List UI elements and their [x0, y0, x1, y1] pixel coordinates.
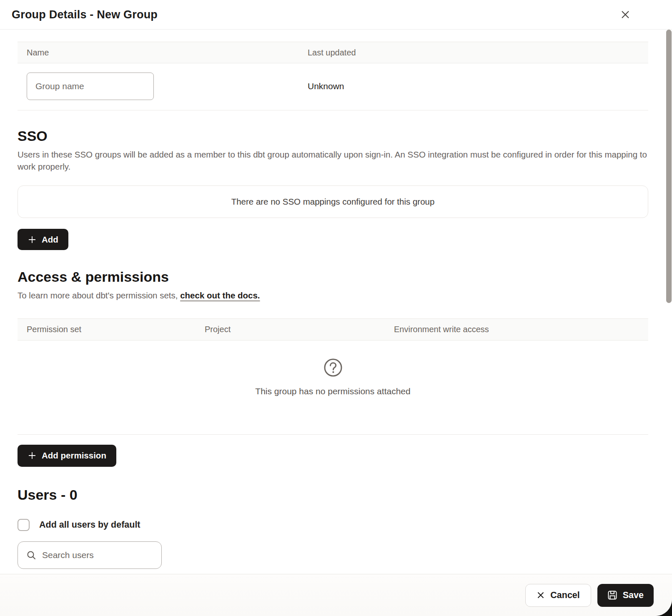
permissions-table: Permission set Project Environment write… — [18, 318, 648, 435]
plus-icon — [28, 235, 37, 244]
save-floppy-icon — [607, 590, 617, 600]
add-all-users-row: Add all users by default — [18, 519, 648, 531]
column-header-last-updated: Last updated — [308, 48, 648, 58]
cancel-button[interactable]: Cancel — [525, 584, 591, 607]
group-name-table: Name Last updated Unknown — [18, 42, 648, 110]
sso-heading: SSO — [18, 128, 648, 143]
cancel-x-icon — [537, 591, 545, 599]
plus-icon — [28, 451, 37, 460]
add-sso-mapping-button[interactable]: Add — [18, 229, 68, 250]
search-icon — [26, 550, 36, 560]
column-header-project: Project — [196, 325, 385, 334]
add-permission-button[interactable]: Add permission — [18, 445, 116, 467]
column-header-permission-set: Permission set — [18, 325, 196, 334]
group-details-modal: Group Details - New Group Name Last upda… — [0, 0, 672, 616]
group-name-row: Unknown — [18, 63, 648, 110]
access-permissions-heading: Access & permissions — [18, 269, 648, 284]
add-all-users-label[interactable]: Add all users by default — [39, 520, 140, 530]
add-all-users-checkbox[interactable] — [18, 519, 30, 531]
question-circle-icon — [323, 358, 343, 377]
sso-description: Users in these SSO groups will be added … — [18, 149, 648, 173]
search-users-field[interactable] — [18, 541, 162, 569]
sso-empty-message: There are no SSO mappings configured for… — [231, 197, 435, 207]
add-permission-label: Add permission — [42, 451, 106, 461]
add-sso-mapping-label: Add — [42, 235, 58, 245]
modal-header: Group Details - New Group — [0, 0, 672, 30]
permissions-description-text: To learn more about dbt's permission set… — [18, 290, 180, 300]
close-button[interactable] — [617, 6, 634, 23]
close-icon — [619, 8, 632, 21]
vertical-scrollbar[interactable] — [666, 30, 672, 303]
access-permissions-description: To learn more about dbt's permission set… — [18, 290, 648, 302]
permissions-table-header: Permission set Project Environment write… — [18, 318, 648, 341]
docs-link[interactable]: check out the docs. — [180, 290, 260, 300]
modal-footer: Cancel Save — [0, 574, 672, 616]
modal-body: Name Last updated Unknown SSO Users in t… — [0, 30, 672, 574]
search-users-input[interactable] — [42, 550, 153, 560]
group-name-input[interactable] — [27, 73, 154, 100]
sso-empty-state: There are no SSO mappings configured for… — [18, 185, 648, 218]
column-header-environment-write-access: Environment write access — [385, 325, 648, 334]
modal-title: Group Details - New Group — [12, 8, 158, 21]
cancel-label: Cancel — [550, 590, 580, 601]
users-heading: Users - 0 — [18, 487, 648, 502]
save-label: Save — [623, 590, 644, 601]
permissions-empty-message: This group has no permissions attached — [255, 386, 410, 396]
last-updated-value: Unknown — [308, 81, 648, 91]
column-header-name: Name — [18, 48, 308, 58]
permissions-empty-state: This group has no permissions attached — [18, 341, 648, 435]
save-button[interactable]: Save — [597, 584, 654, 607]
group-name-table-header: Name Last updated — [18, 42, 648, 63]
